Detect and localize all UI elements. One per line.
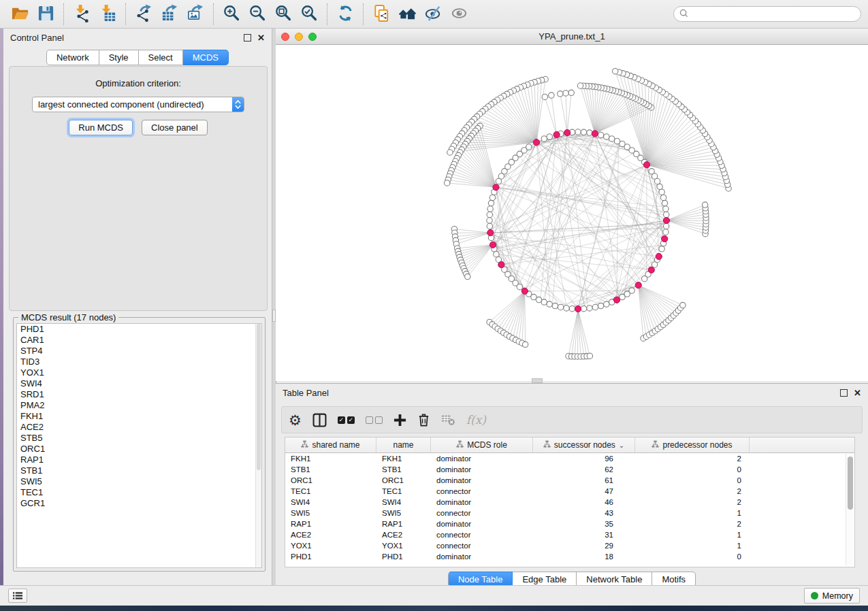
- zoom-out-icon: [248, 4, 267, 24]
- table-body: FKH1FKH1dominator962STB1STB1dominator620…: [285, 453, 854, 562]
- houses-button[interactable]: [394, 2, 420, 27]
- add-row-button[interactable]: [393, 411, 406, 429]
- run-mcds-button[interactable]: Run MCDS: [69, 120, 133, 135]
- float-panel-icon[interactable]: [244, 34, 251, 42]
- mcds-list-scrollbar[interactable]: [255, 324, 261, 567]
- export-table-button[interactable]: [157, 2, 182, 27]
- table-row[interactable]: FKH1FKH1dominator962: [285, 453, 854, 464]
- list-item[interactable]: CAR1: [17, 335, 261, 346]
- tree-icon: [652, 440, 659, 450]
- list-item[interactable]: SRD1: [17, 389, 261, 400]
- list-item[interactable]: GCR1: [17, 498, 261, 509]
- network-graph[interactable]: [276, 45, 867, 381]
- table-row[interactable]: TEC1TEC1connector472: [285, 486, 854, 497]
- list-item[interactable]: SWI5: [17, 476, 261, 487]
- close-panel-icon[interactable]: ✕: [257, 33, 265, 42]
- memory-status-icon: [811, 592, 818, 599]
- export-image-button[interactable]: [182, 2, 208, 27]
- sort-desc-icon: ⌄: [619, 442, 624, 449]
- close-panel-button[interactable]: Close panel: [142, 120, 208, 135]
- list-item[interactable]: ACE2: [17, 422, 261, 433]
- memory-button[interactable]: Memory: [804, 588, 860, 604]
- list-item[interactable]: STP4: [17, 346, 261, 357]
- table-cell: 18: [533, 552, 635, 561]
- table-cell: 2: [635, 498, 750, 506]
- table-row[interactable]: RAP1RAP1dominator352: [285, 518, 854, 529]
- column-label: name: [393, 440, 413, 450]
- export-network-button[interactable]: [131, 2, 157, 27]
- table-row[interactable]: YOX1YOX1connector291: [285, 540, 854, 551]
- tab-select[interactable]: Select: [139, 50, 183, 65]
- column-label: MCDS role: [467, 440, 507, 450]
- toolbar-group: [7, 2, 59, 27]
- split-columns-button[interactable]: [312, 411, 327, 429]
- zoom-selected-button[interactable]: [296, 2, 322, 27]
- horizontal-splitter-grip[interactable]: [532, 378, 543, 383]
- column-label: successor nodes: [554, 440, 615, 450]
- table-row[interactable]: ORC1ORC1dominator610: [285, 475, 854, 486]
- task-history-button[interactable]: [8, 589, 27, 603]
- delete-table-button[interactable]: [441, 411, 455, 429]
- float-table-panel-icon[interactable]: [840, 389, 848, 397]
- search-box[interactable]: [673, 6, 861, 22]
- network-canvas[interactable]: [276, 45, 868, 381]
- dropdown-stepper-icon: [232, 97, 244, 112]
- table-scrollbar-thumb[interactable]: [848, 457, 853, 510]
- table-row[interactable]: SWI5SWI5connector431: [285, 508, 854, 518]
- clone-network-button[interactable]: [368, 2, 394, 27]
- column-header-predecessor-nodes[interactable]: predecessor nodes: [635, 437, 750, 452]
- import-network-button[interactable]: [69, 2, 95, 27]
- table-cell: 43: [533, 509, 635, 517]
- tab-network[interactable]: Network: [46, 50, 99, 65]
- save-icon: [37, 4, 55, 24]
- list-item[interactable]: TID3: [17, 357, 261, 367]
- list-item[interactable]: TEC1: [17, 487, 261, 498]
- save-button[interactable]: [33, 2, 59, 27]
- table-row[interactable]: ACE2ACE2connector311: [285, 529, 854, 540]
- list-item[interactable]: PHD1: [17, 324, 261, 335]
- table-row[interactable]: PHD1PHD1dominator180: [285, 551, 854, 562]
- refresh-button[interactable]: [332, 2, 358, 27]
- search-input[interactable]: [692, 9, 855, 20]
- column-header-MCDS-role[interactable]: MCDS role: [431, 437, 533, 452]
- folder-open-button[interactable]: [7, 2, 33, 27]
- zoom-out-button[interactable]: [244, 2, 270, 27]
- export-table-icon: [161, 4, 179, 24]
- mcds-pane: Optimization criterion: largest connecte…: [9, 66, 268, 311]
- column-header-successor-nodes[interactable]: successor nodes⌄: [533, 437, 635, 452]
- deselect-all-button[interactable]: [366, 411, 383, 429]
- list-item[interactable]: SWI4: [17, 378, 261, 389]
- status-bar: Memory: [0, 585, 868, 606]
- column-label: shared name: [312, 440, 359, 450]
- column-header-name[interactable]: name: [376, 437, 431, 452]
- list-item[interactable]: PMA2: [17, 400, 261, 411]
- zoom-fit-button[interactable]: [270, 2, 296, 27]
- optimization-criterion-label: Optimization criterion:: [10, 78, 267, 88]
- delete-row-button[interactable]: [417, 411, 430, 429]
- network-window-title: YPA_prune.txt_1: [276, 31, 868, 42]
- table-scrollbar[interactable]: [846, 454, 854, 565]
- list-item[interactable]: ORC1: [17, 444, 261, 455]
- list-item[interactable]: STB5: [17, 433, 261, 444]
- optimization-criterion-dropdown[interactable]: largest connected component (undirected): [32, 97, 244, 112]
- table-row[interactable]: STB1STB1dominator620: [285, 464, 854, 475]
- show-panels-button[interactable]: [446, 2, 472, 27]
- hide-panels-button[interactable]: [420, 2, 446, 27]
- zoom-in-button[interactable]: [219, 2, 244, 27]
- tab-mcds[interactable]: MCDS: [183, 50, 229, 65]
- table-row[interactable]: SWI4SWI4dominator462: [285, 497, 854, 508]
- toolbar-separator: [327, 3, 327, 25]
- list-item[interactable]: YOX1: [17, 367, 261, 378]
- column-header-shared-name[interactable]: shared name: [285, 437, 376, 452]
- close-table-panel-icon[interactable]: ✕: [854, 389, 861, 397]
- list-item[interactable]: STB1: [17, 465, 261, 476]
- tab-style[interactable]: Style: [99, 50, 139, 65]
- list-item[interactable]: RAP1: [17, 455, 261, 465]
- select-all-button[interactable]: ✓✓: [338, 411, 355, 429]
- control-panel: Control Panel ✕ NetworkStyleSelectMCDS O…: [3, 29, 272, 585]
- network-window: YPA_prune.txt_1: [276, 29, 868, 381]
- settings-button[interactable]: ⚙: [289, 411, 302, 429]
- list-item[interactable]: FKH1: [17, 411, 261, 422]
- import-table-button[interactable]: [95, 2, 120, 27]
- function-builder-button[interactable]: f(x): [466, 411, 486, 429]
